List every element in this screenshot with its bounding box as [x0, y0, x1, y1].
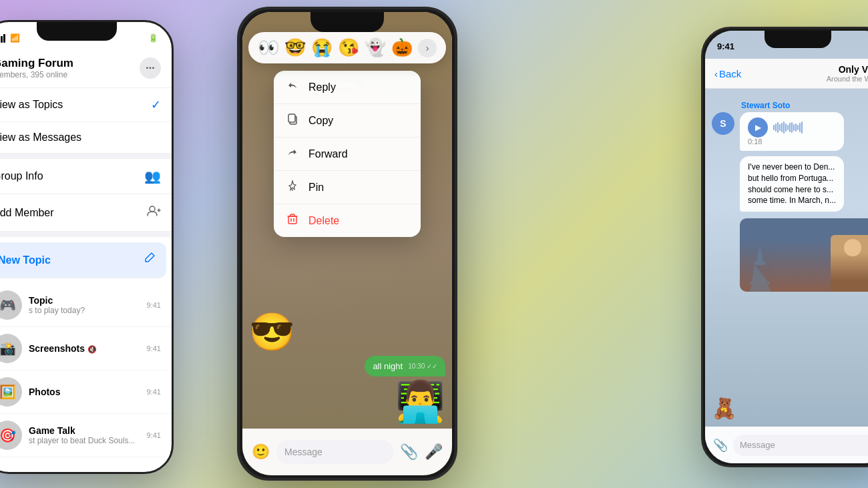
menu-item-group-info[interactable]: Group Info 👥: [0, 159, 172, 194]
left-header: Gaming Forum members, 395 online ···: [0, 51, 172, 88]
wifi-icon: 📶: [10, 33, 20, 43]
right-attachment-icon[interactable]: 📎: [713, 438, 728, 453]
message-row: S ▶: [712, 112, 868, 212]
forum-title: Gaming Forum: [0, 57, 73, 70]
chat-info: Screenshots 🔇: [29, 343, 140, 354]
react-emoji-kiss[interactable]: 😘: [338, 37, 359, 58]
react-more-button[interactable]: ›: [418, 39, 437, 57]
right-input-bar: 📎 Message: [705, 427, 868, 463]
forward-icon: [286, 146, 299, 162]
menu-item-view-messages[interactable]: View as Messages: [0, 122, 172, 154]
context-copy[interactable]: Copy: [274, 104, 421, 138]
video-thumbnail[interactable]: [740, 218, 868, 292]
context-forward[interactable]: Forward: [274, 138, 421, 171]
menu-divider-1: [0, 154, 172, 159]
chat-preview: s to play today?: [29, 306, 140, 315]
context-delete[interactable]: Delete: [274, 204, 421, 237]
microphone-icon[interactable]: 🎤: [425, 443, 443, 461]
chat-time: 9:41: [147, 301, 161, 309]
channel-subtitle: Around the Wo...: [746, 75, 868, 83]
reply-label: Reply: [308, 81, 336, 93]
chat-list: 🎮 Topic s to play today? 9:41 📸 Screensh…: [0, 284, 172, 457]
signal-area: 📶: [0, 33, 20, 43]
message-input[interactable]: Message: [276, 440, 393, 464]
menu-item-view-topics[interactable]: View as Topics ✓: [0, 88, 172, 122]
message-bubble-sent: all night 10:30 ✓✓: [365, 356, 445, 377]
chat-preview: st player to beat Duck Souls...: [29, 436, 140, 445]
channel-name: Only Vids: [746, 64, 868, 75]
teddy-bear-emoji: 🧸: [712, 397, 736, 419]
chat-name: Photos: [29, 387, 140, 397]
left-notch: [37, 22, 117, 41]
emoji-message-right: 👨‍💻: [395, 382, 445, 422]
right-notch: [765, 31, 831, 48]
context-menu: Reply Copy Forward: [274, 71, 421, 237]
chat-name: Topic: [29, 295, 140, 306]
right-phone: 9:41 ‹ Back Only Vids Around the Wo... S…: [701, 27, 868, 467]
sender-avatar: S: [712, 112, 734, 135]
attachment-icon[interactable]: 📎: [400, 443, 418, 461]
video-preview: [740, 218, 868, 292]
message-time: 10:30 ✓✓: [408, 362, 437, 370]
avatar: 📸: [0, 334, 22, 363]
audio-waveform: [773, 121, 836, 134]
react-emoji-pumpkin[interactable]: 🎃: [391, 37, 413, 58]
emoji-message-left: 😎: [249, 314, 295, 350]
avatar: 🎮: [0, 290, 22, 320]
list-item[interactable]: 🎯 Game Talk st player to beat Duck Souls…: [0, 414, 172, 457]
chat-name: Screenshots 🔇: [29, 343, 140, 354]
emoji-input-icon[interactable]: 🙂: [252, 443, 270, 461]
group-info-icon: 👥: [144, 168, 161, 184]
right-phone-inner: 9:41 ‹ Back Only Vids Around the Wo... S…: [705, 31, 868, 463]
reaction-bar: 👀 🤓 😭 😘 👻 🎃 ›: [248, 32, 446, 63]
menu-item-add-member[interactable]: Add Member: [0, 194, 172, 232]
check-icon: ✓: [151, 97, 161, 112]
list-item[interactable]: 🎮 Topic s to play today? 9:41: [0, 284, 172, 327]
video-section: [740, 218, 868, 292]
react-emoji-cry[interactable]: 😭: [311, 37, 333, 58]
message-content: ▶: [740, 112, 844, 212]
menu-item-new-topic[interactable]: New Topic: [0, 242, 166, 278]
play-button[interactable]: ▶: [748, 117, 768, 138]
center-phone: Today 👀 🤓 😭 😘 👻 🎃 › Reply: [237, 7, 457, 481]
right-message-placeholder: Message: [740, 440, 775, 450]
copy-label: Copy: [308, 115, 333, 127]
react-emoji-ghost[interactable]: 👻: [365, 37, 386, 58]
menu-list: View as Topics ✓ View as Messages Group …: [0, 88, 172, 278]
message-text: I've never been to Den...but hello from …: [748, 162, 836, 206]
context-reply[interactable]: Reply: [274, 71, 421, 104]
right-messages-area: Stewart Soto S ▶: [705, 94, 868, 427]
center-phone-inner: Today 👀 🤓 😭 😘 👻 🎃 › Reply: [242, 12, 452, 475]
right-header: ‹ Back Only Vids Around the Wo...: [705, 59, 868, 89]
left-header-info: Gaming Forum members, 395 online: [0, 57, 73, 79]
chat-time: 9:41: [147, 388, 161, 396]
chat-time: 9:41: [147, 344, 161, 352]
text-message: I've never been to Den...but hello from …: [740, 156, 844, 212]
signal-bars: [0, 34, 5, 43]
right-time-display: 9:41: [717, 41, 734, 51]
left-phone: 📶 9:41 🔋 Gaming Forum members, 395 onlin…: [0, 20, 174, 474]
more-button[interactable]: ···: [140, 57, 161, 79]
context-pin[interactable]: Pin: [274, 171, 421, 204]
list-item[interactable]: 🖼️ Photos 9:41: [0, 371, 172, 414]
svg-marker-12: [752, 265, 768, 282]
right-message-input[interactable]: Message: [733, 435, 868, 456]
reply-icon: [286, 79, 299, 95]
list-item[interactable]: 📸 Screenshots 🔇 9:41: [0, 327, 172, 371]
react-emoji-eyes[interactable]: 👀: [258, 37, 279, 58]
forum-subtitle: members, 395 online: [0, 70, 73, 79]
new-topic-label: New Topic: [0, 254, 51, 266]
back-button[interactable]: ‹ Back: [714, 68, 741, 79]
center-notch: [310, 12, 384, 32]
react-emoji-nerd[interactable]: 🤓: [284, 37, 306, 58]
copy-icon: [286, 113, 299, 128]
add-member-icon: [146, 204, 161, 222]
pin-icon: [286, 180, 299, 195]
message-placeholder: Message: [284, 447, 322, 457]
back-chevron-icon: ‹: [714, 68, 718, 79]
forward-label: Forward: [308, 148, 348, 160]
audio-duration: 0:18: [748, 138, 836, 146]
group-info-label: Group Info: [0, 170, 43, 182]
svg-rect-6: [288, 216, 296, 224]
chat-info: Topic s to play today?: [29, 295, 140, 315]
